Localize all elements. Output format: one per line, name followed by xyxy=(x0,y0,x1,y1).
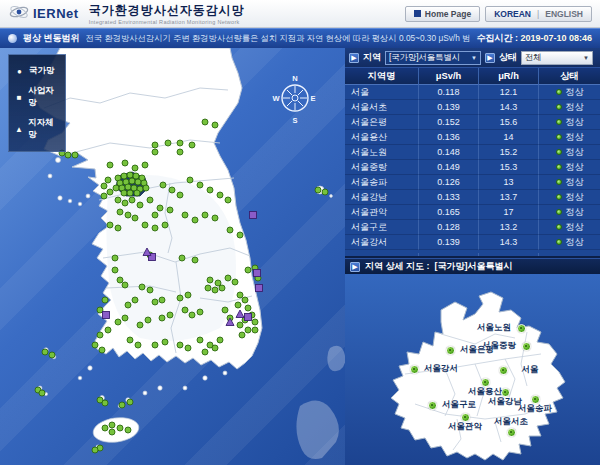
national-station-marker[interactable] xyxy=(219,285,225,291)
national-station-marker[interactable] xyxy=(232,279,238,285)
national-station-marker[interactable] xyxy=(102,425,108,431)
home-page-button[interactable]: Home Page xyxy=(405,6,480,22)
national-station-marker[interactable] xyxy=(39,390,45,396)
national-station-marker[interactable] xyxy=(122,200,128,206)
table-row[interactable]: 서울강서0.13914.3정상 xyxy=(345,235,600,250)
national-station-marker[interactable] xyxy=(235,302,241,308)
national-station-marker[interactable] xyxy=(152,212,158,218)
national-station-marker[interactable] xyxy=(217,192,223,198)
national-station-marker[interactable] xyxy=(137,322,143,328)
national-station-marker[interactable] xyxy=(142,162,148,168)
language-switch[interactable]: KOREAN | ENGLISH xyxy=(485,6,592,22)
national-station-marker[interactable] xyxy=(152,225,158,231)
table-row[interactable]: 서울강남0.13313.7정상 xyxy=(345,190,600,205)
region-dropdown[interactable]: [국가망]서울특별시 ▼ xyxy=(385,51,481,65)
national-station-marker[interactable] xyxy=(121,173,127,179)
national-station-marker[interactable] xyxy=(237,232,243,238)
national-station-marker[interactable] xyxy=(185,345,191,351)
national-station-marker[interactable] xyxy=(217,337,223,343)
national-station-marker[interactable] xyxy=(212,287,218,293)
national-station-marker[interactable] xyxy=(135,179,141,185)
national-station-marker[interactable] xyxy=(133,173,139,179)
detail-station-marker-서울[interactable] xyxy=(499,366,508,375)
national-station-marker[interactable] xyxy=(115,225,121,231)
national-station-marker[interactable] xyxy=(107,222,113,228)
table-row[interactable]: 서울0.11812.1정상 xyxy=(345,85,600,100)
national-station-marker[interactable] xyxy=(157,205,163,211)
national-station-marker[interactable] xyxy=(169,187,175,193)
national-station-marker[interactable] xyxy=(215,280,221,286)
national-station-marker[interactable] xyxy=(117,209,123,215)
national-station-marker[interactable] xyxy=(152,299,158,305)
national-station-marker[interactable] xyxy=(197,182,203,188)
national-station-marker[interactable] xyxy=(129,197,135,203)
korean-button[interactable]: KOREAN xyxy=(494,9,531,19)
national-station-marker[interactable] xyxy=(102,400,108,406)
detail-station-marker-서울서초[interactable] xyxy=(507,428,516,437)
national-station-marker[interactable] xyxy=(245,267,251,273)
national-station-marker[interactable] xyxy=(202,349,208,355)
operator-station-marker[interactable] xyxy=(250,212,257,219)
national-station-marker[interactable] xyxy=(142,222,148,228)
national-station-marker[interactable] xyxy=(225,275,231,281)
national-station-marker[interactable] xyxy=(152,342,158,348)
national-station-marker[interactable] xyxy=(99,347,105,353)
national-station-marker[interactable] xyxy=(115,197,121,203)
national-station-marker[interactable] xyxy=(212,215,218,221)
detail-station-marker-서울중랑[interactable] xyxy=(522,342,531,351)
national-station-marker[interactable] xyxy=(105,177,111,183)
national-station-marker[interactable] xyxy=(143,185,149,191)
national-station-marker[interactable] xyxy=(202,119,208,125)
table-row[interactable]: 서울중랑0.14915.3정상 xyxy=(345,160,600,175)
english-button[interactable]: ENGLISH xyxy=(545,9,583,19)
national-station-marker[interactable] xyxy=(197,309,203,315)
national-station-marker[interactable] xyxy=(49,352,55,358)
national-station-marker[interactable] xyxy=(125,427,131,433)
table-row[interactable]: 서울은평0.15215.6정상 xyxy=(345,115,600,130)
national-station-marker[interactable] xyxy=(189,312,195,318)
national-station-marker[interactable] xyxy=(113,185,119,191)
national-station-marker[interactable] xyxy=(192,217,198,223)
national-station-marker[interactable] xyxy=(177,192,183,198)
national-station-marker[interactable] xyxy=(245,305,251,311)
national-station-marker[interactable] xyxy=(127,399,133,405)
national-station-marker[interactable] xyxy=(152,142,158,148)
national-station-marker[interactable] xyxy=(322,189,328,195)
national-station-marker[interactable] xyxy=(109,429,115,435)
table-row[interactable]: 서울송파0.12613정상 xyxy=(345,175,600,190)
national-station-marker[interactable] xyxy=(252,319,258,325)
national-station-marker[interactable] xyxy=(101,183,107,189)
detail-station-marker-서울노원[interactable] xyxy=(517,324,526,333)
national-station-marker[interactable] xyxy=(159,297,165,303)
national-station-marker[interactable] xyxy=(65,152,71,158)
national-station-marker[interactable] xyxy=(145,317,151,323)
national-station-marker[interactable] xyxy=(212,122,218,128)
national-station-marker[interactable] xyxy=(132,165,138,171)
national-station-marker[interactable] xyxy=(105,327,111,333)
national-station-marker[interactable] xyxy=(137,202,143,208)
detail-station-marker-서울강서[interactable] xyxy=(410,365,419,374)
national-station-marker[interactable] xyxy=(129,178,135,184)
national-station-marker[interactable] xyxy=(132,297,138,303)
national-station-marker[interactable] xyxy=(119,402,125,408)
national-station-marker[interactable] xyxy=(192,257,198,263)
national-station-marker[interactable] xyxy=(227,227,233,233)
national-station-marker[interactable] xyxy=(147,197,153,203)
national-station-marker[interactable] xyxy=(42,349,48,355)
national-station-marker[interactable] xyxy=(245,327,251,333)
national-station-marker[interactable] xyxy=(177,140,183,146)
national-station-marker[interactable] xyxy=(160,182,166,188)
national-station-marker[interactable] xyxy=(177,295,183,301)
national-station-marker[interactable] xyxy=(125,212,131,218)
national-station-marker[interactable] xyxy=(165,140,171,146)
national-station-marker[interactable] xyxy=(134,190,140,196)
korea-map[interactable]: N E S W ●국가망■사업자망▲지자체망 xyxy=(0,48,345,465)
national-station-marker[interactable] xyxy=(182,212,188,218)
detail-station-marker-서울구로[interactable] xyxy=(428,401,437,410)
national-station-marker[interactable] xyxy=(159,315,165,321)
national-station-marker[interactable] xyxy=(135,342,141,348)
national-station-marker[interactable] xyxy=(167,207,173,213)
national-station-marker[interactable] xyxy=(125,302,131,308)
national-station-marker[interactable] xyxy=(125,184,131,190)
national-station-marker[interactable] xyxy=(122,315,128,321)
